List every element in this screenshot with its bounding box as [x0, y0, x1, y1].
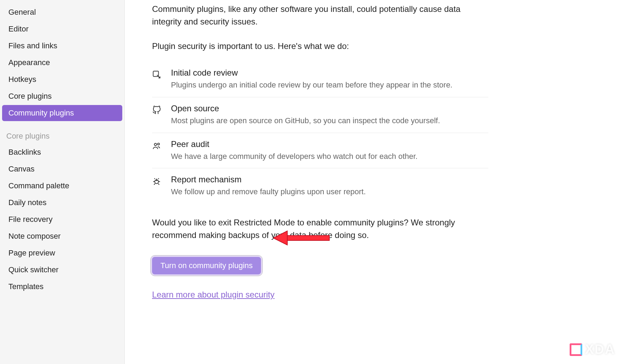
feature-title: Initial code review: [171, 68, 488, 78]
sidebar-item-templates[interactable]: Templates: [2, 279, 122, 295]
cursor-click-icon: [152, 68, 171, 79]
sidebar-item-appearance[interactable]: Appearance: [2, 55, 122, 71]
sidebar-item-quick-switcher[interactable]: Quick switcher: [2, 262, 122, 278]
sidebar-item-editor[interactable]: Editor: [2, 21, 122, 37]
settings-content: Community plugins, like any other softwa…: [125, 0, 625, 364]
sidebar-item-core-plugins[interactable]: Core plugins: [2, 88, 122, 104]
feature-peer-audit: Peer audit We have a large community of …: [152, 133, 488, 169]
sidebar-item-backlinks[interactable]: Backlinks: [2, 144, 122, 160]
sidebar-item-daily-notes[interactable]: Daily notes: [2, 195, 122, 211]
settings-sidebar: General Editor Files and links Appearanc…: [0, 0, 125, 364]
sidebar-item-page-preview[interactable]: Page preview: [2, 245, 122, 261]
learn-more-link[interactable]: Learn more about plugin security: [152, 290, 275, 300]
sidebar-item-files-and-links[interactable]: Files and links: [2, 38, 122, 54]
feature-desc: We follow up and remove faulty plugins u…: [171, 187, 488, 197]
feature-title: Report mechanism: [171, 175, 488, 184]
feature-report-mechanism: Report mechanism We follow up and remove…: [152, 168, 488, 204]
feature-desc: Most plugins are open source on GitHub, …: [171, 115, 488, 126]
sidebar-item-canvas[interactable]: Canvas: [2, 161, 122, 177]
feature-initial-code-review: Initial code review Plugins undergo an i…: [152, 62, 488, 97]
sidebar-item-hotkeys[interactable]: Hotkeys: [2, 71, 122, 88]
sidebar-item-command-palette[interactable]: Command palette: [2, 178, 122, 194]
security-intro: Plugin security is important to us. Here…: [152, 41, 611, 51]
feature-desc: We have a large community of developers …: [171, 151, 488, 162]
exit-restricted-prompt: Would you like to exit Restricted Mode t…: [152, 216, 488, 241]
users-icon: [152, 139, 171, 150]
sidebar-item-community-plugins[interactable]: Community plugins: [2, 105, 122, 121]
github-icon: [152, 104, 171, 115]
feature-title: Open source: [171, 104, 488, 113]
sidebar-item-general[interactable]: General: [2, 4, 122, 20]
sidebar-item-note-composer[interactable]: Note composer: [2, 228, 122, 244]
turn-on-community-plugins-button[interactable]: Turn on community plugins: [152, 257, 261, 274]
sidebar-item-file-recovery[interactable]: File recovery: [2, 211, 122, 227]
intro-paragraph: Community plugins, like any other softwa…: [152, 3, 488, 28]
svg-point-2: [158, 143, 159, 145]
feature-open-source: Open source Most plugins are open source…: [152, 97, 488, 133]
sidebar-section-core-plugins: Core plugins: [0, 122, 124, 144]
feature-desc: Plugins undergo an initial code review b…: [171, 80, 488, 91]
bug-icon: [152, 175, 171, 186]
svg-point-1: [154, 143, 157, 146]
feature-title: Peer audit: [171, 139, 488, 149]
